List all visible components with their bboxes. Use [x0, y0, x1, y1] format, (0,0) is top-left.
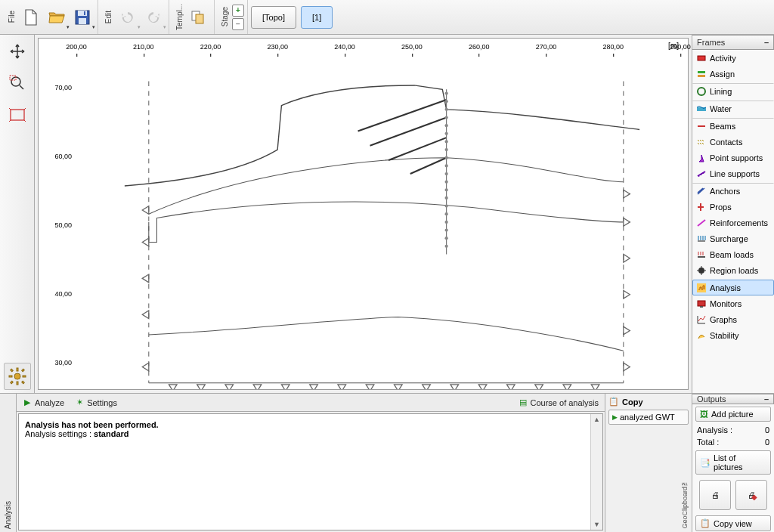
- svg-point-36: [445, 237, 448, 240]
- analyze-button[interactable]: ▶Analyze: [23, 398, 64, 407]
- drawing-area[interactable]: [76, 61, 688, 389]
- save-button[interactable]: ▾: [70, 5, 94, 29]
- frame-item-water[interactable]: Water: [692, 101, 774, 116]
- svg-rect-3: [84, 11, 85, 15]
- move-icon: [8, 42, 26, 60]
- svg-rect-45: [698, 206, 704, 208]
- frame-item-label: Graphs: [710, 315, 737, 324]
- geoclipboard-label: GeoClipboard™: [681, 479, 689, 529]
- svg-rect-13: [23, 376, 26, 377]
- model-canvas[interactable]: 200,00210,00220,00230,00240,00250,00260,…: [38, 38, 689, 390]
- frame-item-point-supports[interactable]: Point supports: [692, 150, 774, 165]
- svg-rect-16: [10, 381, 13, 384]
- frame-item-surcharge[interactable]: Surcharge: [692, 230, 774, 246]
- analysis-toolbar: ▶Analyze ✶Settings ▤Course of analysis: [17, 394, 605, 412]
- frame-item-label: Reinforcements: [710, 218, 768, 227]
- zoom-icon: [8, 74, 26, 92]
- svg-point-34: [445, 221, 448, 224]
- frame-item-assign[interactable]: Assign: [692, 66, 774, 82]
- list-of-pictures-button[interactable]: 📑List of pictures: [695, 450, 771, 475]
- main-area: 200,00210,00220,00230,00240,00250,00260,…: [0, 35, 774, 393]
- analysis-settings-button[interactable]: ✶Settings: [75, 398, 117, 407]
- frame-item-label: Stability: [710, 331, 739, 340]
- extents-button[interactable]: [4, 101, 31, 128]
- add-picture-button[interactable]: 🖼Add picture: [695, 407, 771, 422]
- top-toolbar: File ▾ ▾ Edit ▾ ▾ Templ... Stage: [0, 0, 774, 35]
- ruler-y-tick: 50,00: [54, 221, 72, 229]
- analysis-msg-title: Analysis has not been performed.: [25, 420, 159, 429]
- svg-point-24: [445, 140, 448, 143]
- template-label: Templ...: [174, 2, 185, 32]
- redo-button[interactable]: ▾: [141, 5, 166, 29]
- ruler-x-tick: 240,00: [334, 43, 355, 51]
- frame-item-stability[interactable]: Stability: [692, 327, 774, 343]
- frame-item-analysis[interactable]: Analysis: [692, 280, 774, 295]
- frame-item-graphs[interactable]: Graphs: [692, 311, 774, 327]
- frame-item-label: Beams: [710, 122, 735, 131]
- print-button[interactable]: 🖨: [699, 480, 731, 510]
- printer-color-icon: 🖨◆: [748, 490, 756, 500]
- new-file-button[interactable]: [19, 5, 43, 29]
- outputs-minimize-button[interactable]: –: [764, 394, 769, 404]
- svg-point-30: [445, 188, 448, 191]
- svg-rect-46: [698, 240, 705, 242]
- tab-topo[interactable]: [Topo]: [251, 6, 296, 29]
- tab-stage-1[interactable]: [1]: [301, 6, 333, 29]
- scroll-up-icon[interactable]: ▲: [593, 416, 600, 423]
- copy-header: 📋Copy: [608, 397, 689, 407]
- analyzed-gwt-button[interactable]: ▶analyzed GWT: [608, 410, 689, 425]
- frame-item-line-supports[interactable]: Line supports: [692, 165, 774, 181]
- print-buttons: 🖨 🖨◆: [692, 477, 774, 513]
- svg-rect-39: [698, 71, 705, 73]
- settings-button[interactable]: [4, 363, 31, 390]
- template-group: Templ...: [171, 0, 215, 34]
- frame-item-region-loads[interactable]: Region loads: [692, 262, 774, 278]
- stage-remove-button[interactable]: −: [232, 18, 244, 30]
- frame-item-label: Line supports: [710, 169, 760, 178]
- frames-minimize-button[interactable]: –: [764, 38, 769, 47]
- print-color-button[interactable]: 🖨◆: [735, 480, 767, 510]
- svg-point-19: [445, 100, 448, 103]
- undo-button[interactable]: ▾: [116, 5, 140, 29]
- svg-rect-5: [196, 14, 203, 23]
- frame-item-monitors[interactable]: Monitors: [692, 295, 774, 311]
- frame-item-label: Point supports: [710, 153, 763, 162]
- frame-item-beams[interactable]: Beams: [692, 118, 774, 134]
- frame-item-anchors[interactable]: Anchors: [692, 183, 774, 199]
- frame-item-contacts[interactable]: Contacts: [692, 134, 774, 150]
- surcharge-icon: [696, 234, 707, 244]
- frame-item-props[interactable]: Props: [692, 199, 774, 215]
- template-button[interactable]: [187, 5, 211, 29]
- svg-point-29: [445, 181, 448, 184]
- svg-point-26: [445, 156, 448, 159]
- ruler-y-tick: 30,00: [54, 359, 72, 367]
- redo-icon: [144, 8, 163, 26]
- pan-tool-button[interactable]: [4, 38, 31, 65]
- copy-view-button[interactable]: 📋Copy view: [695, 515, 771, 531]
- svg-rect-2: [79, 18, 86, 24]
- edit-group: Edit ▾ ▾: [100, 0, 169, 34]
- stage-add-button[interactable]: +: [232, 5, 244, 17]
- course-of-analysis-button[interactable]: ▤Course of analysis: [519, 398, 599, 407]
- frame-item-reinforcements[interactable]: Reinforcements: [692, 215, 774, 230]
- scroll-down-icon[interactable]: ▼: [593, 521, 600, 528]
- frame-item-activity[interactable]: Activity: [692, 50, 774, 66]
- play-icon: ▶: [23, 398, 32, 407]
- svg-point-27: [445, 164, 448, 167]
- open-file-button[interactable]: ▾: [45, 5, 69, 29]
- lining-icon: [696, 86, 707, 97]
- svg-point-20: [445, 108, 448, 111]
- settings-small-icon: ✶: [75, 398, 84, 407]
- region-loads-icon: [696, 265, 707, 276]
- printer-icon: 🖨: [711, 490, 720, 500]
- frame-item-lining[interactable]: Lining: [692, 83, 774, 99]
- svg-point-35: [445, 228, 448, 231]
- copy-panel: 📋Copy ▶analyzed GWT GeoClipboard™: [605, 394, 692, 532]
- zoom-tool-button[interactable]: [4, 70, 31, 97]
- svg-rect-17: [21, 381, 24, 384]
- frame-item-beam-loads[interactable]: Beam loads: [692, 246, 774, 262]
- graphs-icon: [696, 314, 707, 325]
- line-supports-icon: [696, 169, 707, 179]
- output-scrollbar[interactable]: ▲▼: [590, 414, 602, 530]
- frame-item-label: Monitors: [710, 299, 741, 308]
